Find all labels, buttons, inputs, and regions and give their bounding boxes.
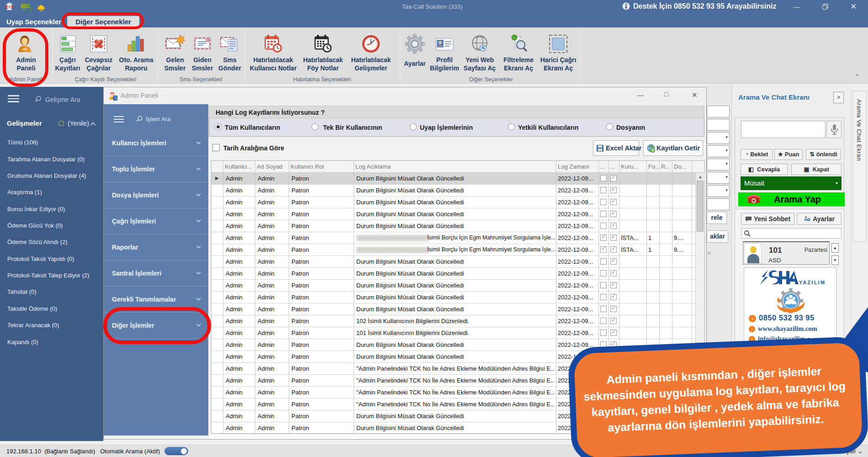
svg-text:YAZILIM: YAZILIM (799, 280, 826, 285)
